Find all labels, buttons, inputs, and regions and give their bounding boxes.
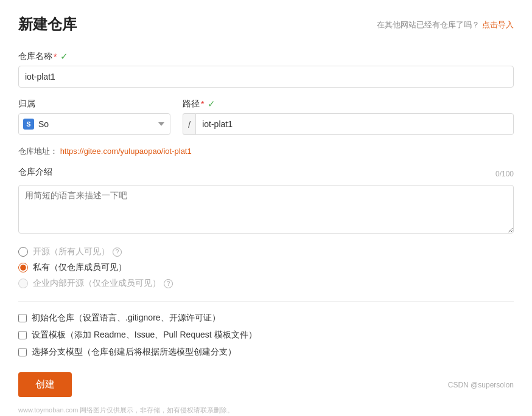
desc-section: 仓库介绍 0/100 <box>18 167 514 235</box>
watermark: CSDN @supersolon <box>448 381 514 389</box>
radio-enterprise: 企业内部开源（仅企业成员可见） ? <box>18 278 514 289</box>
import-link[interactable]: 点击导入 <box>482 20 514 29</box>
owner-section: 归属 S So <box>18 99 170 135</box>
visibility-group: 开源（所有人可见） ? 私有（仅仓库成员可见） 企业内部开源（仅企业成员可见） … <box>18 246 514 289</box>
path-input[interactable] <box>195 113 514 135</box>
owner-icon: S <box>23 119 34 130</box>
repo-url-link[interactable]: https://gitee.com/yulupaopao/iot-plat1 <box>60 147 192 156</box>
radio-private-input[interactable] <box>18 263 28 272</box>
check-icon: ✓ <box>60 51 68 62</box>
owner-path-row: 归属 S So 路径 * ✓ / <box>18 99 514 135</box>
path-slash: / <box>183 113 195 135</box>
path-wrapper: / <box>183 113 514 135</box>
help-icon-enterprise[interactable]: ? <box>164 279 173 288</box>
path-check-icon: ✓ <box>208 99 215 109</box>
checkbox-branch-input[interactable] <box>18 348 27 356</box>
path-section: 路径 * ✓ / <box>183 99 514 135</box>
repo-name-label: 仓库名称 * ✓ <box>18 51 514 62</box>
create-button[interactable]: 创建 <box>18 372 72 397</box>
divider <box>18 301 514 302</box>
path-required-star: * <box>201 99 204 109</box>
radio-enterprise-input[interactable] <box>18 279 28 288</box>
owner-select-wrapper: S So <box>18 113 170 135</box>
checkbox-group: 初始化仓库（设置语言、.gitignore、开源许可证） 设置模板（添加 Rea… <box>18 313 514 358</box>
checkbox-template: 设置模板（添加 Readme、Issue、Pull Request 模板文件） <box>18 330 514 341</box>
required-star: * <box>54 52 57 61</box>
desc-textarea[interactable] <box>18 185 514 234</box>
path-label: 路径 * ✓ <box>183 99 514 109</box>
radio-open: 开源（所有人可见） ? <box>18 246 514 257</box>
footer-row: 创建 CSDN @supersolon <box>18 372 514 397</box>
repo-url-row: 仓库地址： https://gitee.com/yulupaopao/iot-p… <box>18 146 514 157</box>
checkbox-template-input[interactable] <box>18 331 27 339</box>
checkbox-init-input[interactable] <box>18 314 27 322</box>
disclaimer: www.toymoban.com 网络图片仅供展示，非存储，如有侵权请联系删除。 <box>18 406 514 415</box>
radio-open-input[interactable] <box>18 247 28 257</box>
import-hint: 在其他网站已经有仓库了吗？ 点击导入 <box>377 19 514 30</box>
desc-label: 仓库介绍 <box>18 167 52 178</box>
checkbox-branch: 选择分支模型（仓库创建后将根据所选模型创建分支） <box>18 347 514 358</box>
repo-name-input[interactable] <box>18 66 514 88</box>
owner-select[interactable]: So <box>18 113 170 135</box>
owner-label: 归属 <box>18 99 170 109</box>
checkbox-init: 初始化仓库（设置语言、.gitignore、开源许可证） <box>18 313 514 324</box>
page-title: 新建仓库 <box>18 15 77 34</box>
radio-private: 私有（仅仓库成员可见） <box>18 262 514 273</box>
help-icon-open[interactable]: ? <box>113 248 122 257</box>
repo-name-section: 仓库名称 * ✓ <box>18 51 514 88</box>
desc-counter: 0/100 <box>495 170 514 178</box>
